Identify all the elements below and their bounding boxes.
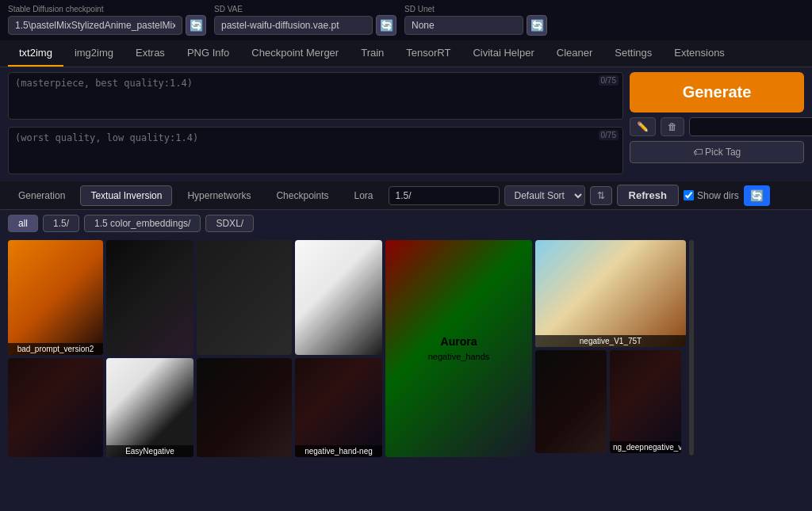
- grid-col-1: bad_prompt_version2: [8, 240, 103, 456]
- sort-select[interactable]: Default Sort Name Date Size: [504, 185, 585, 206]
- tab-generation[interactable]: Generation: [8, 185, 75, 206]
- tab-cleaner[interactable]: Cleaner: [546, 40, 604, 67]
- thumb-bad-prompt[interactable]: bad_prompt_version2: [8, 240, 103, 355]
- grid-col-2: EasyNegative: [106, 240, 193, 456]
- tab-train[interactable]: Train: [350, 40, 395, 67]
- vae-select[interactable]: pastel-waifu-diffusion.vae.pt: [214, 16, 373, 35]
- prompt-section: 0/75 0/75 Generate ✏️ 🗑 ▼ × 🎨 🏷 Pick Tag: [0, 67, 812, 181]
- thumb-aurora[interactable]: Auroranegative_hands: [385, 240, 532, 457]
- thumb-label-easy-negative: EasyNegative: [106, 445, 193, 457]
- thumb-label-negative-hand-neg: negative_hand-neg: [295, 445, 382, 457]
- thumb-col6-bottom-row: ng_deepnegative_v1_75t: [535, 350, 686, 453]
- thumb-aurora-title: Auroranegative_hands: [428, 334, 490, 363]
- unet-refresh-icon[interactable]: 🔄: [527, 15, 547, 36]
- model-selectors: Stable Diffusion checkpoint 1.5\pastelMi…: [8, 5, 804, 36]
- filter-tags: all 1.5/ 1.5 color_embeddings/ SDXL/: [0, 210, 812, 237]
- generate-button[interactable]: Generate: [630, 72, 804, 112]
- checkpoint-label: Stable Diffusion checkpoint: [8, 5, 206, 13]
- style-input[interactable]: [689, 117, 812, 136]
- thumb-negative-v1-75t[interactable]: negative_V1_75T: [535, 240, 686, 347]
- vae-select-wrap: pastel-waifu-diffusion.vae.pt 🔄: [214, 15, 396, 36]
- checkpoint-select[interactable]: 1.5\pastelMixStylizedAnime_pastelMixPrun…: [8, 16, 182, 35]
- tab-settings[interactable]: Settings: [603, 40, 663, 67]
- thumb-col4-top[interactable]: [295, 240, 382, 355]
- tab-lora[interactable]: Lora: [344, 185, 384, 206]
- thumb-label-bad-prompt: bad_prompt_version2: [8, 343, 103, 355]
- thumb-label-ng-deepnegative: ng_deepnegative_v1_75t: [610, 441, 681, 453]
- thumb-col2-top[interactable]: [106, 240, 193, 355]
- prompt-controls: Generate ✏️ 🗑 ▼ × 🎨 🏷 Pick Tag: [630, 72, 804, 177]
- thumb-col3-top[interactable]: [197, 240, 292, 355]
- thumb-col1-bot[interactable]: [8, 358, 103, 457]
- embed-tabs-bar: Generation Textual Inversion Hypernetwor…: [0, 181, 812, 210]
- show-dirs-label: Show dirs: [697, 190, 739, 201]
- positive-prompt-input[interactable]: [8, 72, 623, 120]
- thumb-col3-bot[interactable]: [197, 358, 292, 457]
- edit-icon-btn[interactable]: ✏️: [630, 117, 656, 136]
- pick-tag-button[interactable]: 🏷 Pick Tag: [630, 141, 804, 163]
- positive-prompt-wrap: 0/75: [8, 72, 623, 122]
- refresh-button[interactable]: Refresh: [617, 185, 679, 206]
- tab-civitai-helper[interactable]: Civitai Helper: [462, 40, 545, 67]
- filter-15-color[interactable]: 1.5 color_embeddings/: [84, 215, 201, 232]
- show-dirs-wrap: Show dirs: [684, 190, 739, 201]
- tab-txt2img[interactable]: txt2img: [8, 40, 63, 67]
- prompt-inputs: 0/75 0/75: [8, 72, 623, 177]
- thumb-label-negative-v1-75t: negative_V1_75T: [535, 335, 686, 347]
- tab-checkpoints[interactable]: Checkpoints: [266, 185, 339, 206]
- unet-group: SD Unet None 🔄: [404, 5, 547, 36]
- tab-extensions[interactable]: Extensions: [663, 40, 736, 67]
- negative-token-count: 0/75: [599, 130, 619, 140]
- image-grid: bad_prompt_version2 EasyNegative negativ…: [0, 237, 812, 459]
- top-bar: Stable Diffusion checkpoint 1.5\pastelMi…: [0, 0, 812, 40]
- tab-img2img[interactable]: img2img: [63, 40, 124, 67]
- tab-png-info[interactable]: PNG Info: [176, 40, 240, 67]
- grid-col-3: [197, 240, 292, 456]
- show-dirs-checkbox[interactable]: [684, 190, 694, 200]
- filter-15[interactable]: 1.5/: [43, 215, 79, 232]
- unet-select-wrap: None 🔄: [404, 15, 547, 36]
- checkpoint-group: Stable Diffusion checkpoint 1.5\pastelMi…: [8, 5, 206, 36]
- vae-refresh-icon[interactable]: 🔄: [376, 15, 396, 36]
- trash-icon-btn[interactable]: 🗑: [661, 117, 684, 136]
- negative-prompt-wrap: 0/75: [8, 127, 623, 177]
- thumb-negative-hand-neg[interactable]: negative_hand-neg: [295, 358, 382, 457]
- thumb-ng-deepnegative[interactable]: ng_deepnegative_v1_75t: [610, 350, 681, 453]
- vae-group: SD VAE pastel-waifu-diffusion.vae.pt 🔄: [214, 5, 396, 36]
- filter-all[interactable]: all: [8, 215, 38, 232]
- unet-label: SD Unet: [404, 5, 547, 13]
- tab-extras[interactable]: Extras: [124, 40, 176, 67]
- filter-sdxl[interactable]: SDXL/: [205, 215, 254, 232]
- tab-hypernetworks[interactable]: Hypernetworks: [177, 185, 261, 206]
- thumb-easy-negative[interactable]: EasyNegative: [106, 358, 193, 457]
- negative-prompt-input[interactable]: [8, 127, 623, 174]
- grid-col-4: negative_hand-neg: [295, 240, 382, 456]
- nav-tabs: txt2img img2img Extras PNG Info Checkpoi…: [0, 40, 812, 67]
- positive-token-count: 0/75: [599, 75, 619, 86]
- tab-checkpoint-merger[interactable]: Checkpoint Merger: [240, 40, 350, 67]
- checkpoint-select-wrap: 1.5\pastelMixStylizedAnime_pastelMixPrun…: [8, 15, 206, 36]
- prompt-tools: ✏️ 🗑 ▼ × 🎨: [630, 117, 804, 136]
- unet-select[interactable]: None: [404, 16, 523, 35]
- checkpoint-refresh-icon[interactable]: 🔄: [186, 15, 206, 36]
- grid-col-6: negative_V1_75T ng_deepnegative_v1_75t: [535, 240, 686, 456]
- embed-search-input[interactable]: [389, 186, 500, 205]
- vae-label: SD VAE: [214, 5, 396, 13]
- tab-tensorrt[interactable]: TensorRT: [395, 40, 462, 67]
- thumb-col6-bot1[interactable]: [535, 350, 607, 453]
- scrollbar[interactable]: [689, 240, 694, 456]
- toggle-button[interactable]: ⇅: [590, 186, 612, 205]
- sync-button[interactable]: 🔄: [744, 185, 770, 206]
- tab-textual-inversion[interactable]: Textual Inversion: [80, 185, 172, 206]
- style-select-wrap: ▼: [689, 117, 812, 136]
